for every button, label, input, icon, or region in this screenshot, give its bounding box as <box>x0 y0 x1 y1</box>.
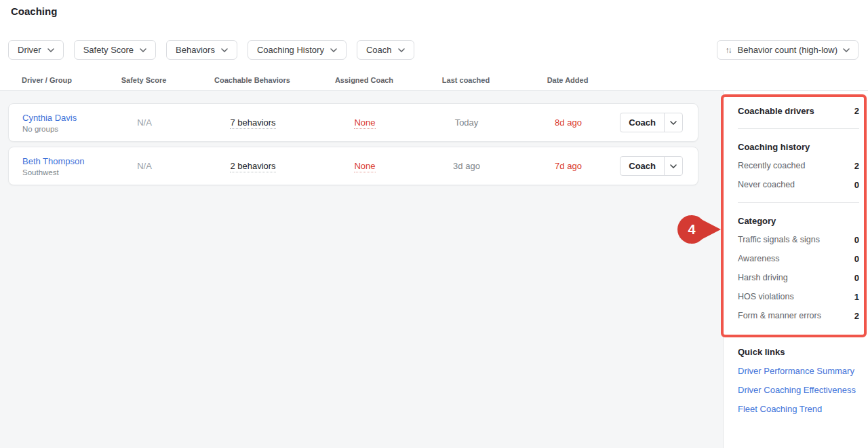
link-driver-performance-summary[interactable]: Driver Performance Summary <box>738 366 854 376</box>
filter-driver[interactable]: Driver <box>8 40 64 60</box>
safety-score-value: N/A <box>97 117 192 128</box>
driver-name-link[interactable]: Cynthia Davis <box>22 113 97 123</box>
page-title: Coaching <box>11 5 57 17</box>
stat-label: Harsh driving <box>738 273 788 282</box>
section-title: Category <box>738 216 776 226</box>
driver-group: No groups <box>22 125 97 133</box>
filter-coaching-history[interactable]: Coaching History <box>248 40 347 60</box>
stat-traffic-signals: Traffic signals & signs 0 <box>724 230 868 249</box>
column-safety-score: Safety Score <box>96 76 191 84</box>
coach-split-button: Coach <box>620 113 683 132</box>
stat-never-coached: Never coached 0 <box>724 175 868 194</box>
table-row: Cynthia Davis No groups N/A 7 behaviors … <box>8 103 698 142</box>
stat-value: 2 <box>854 106 859 116</box>
stat-value: 0 <box>854 180 859 190</box>
behaviors-link[interactable]: 2 behaviors <box>230 161 275 172</box>
sort-arrows-icon: ↑↓ <box>726 45 732 55</box>
column-date-added: Date Added <box>517 76 618 84</box>
driver-name-link[interactable]: Beth Thompson <box>22 156 97 166</box>
section-divider <box>738 128 859 129</box>
filter-driver-label: Driver <box>18 45 41 55</box>
link-driver-coaching-effectiveness[interactable]: Driver Coaching Effectiveness <box>738 385 856 395</box>
filter-behaviors-label: Behaviors <box>176 45 215 55</box>
coach-button[interactable]: Coach <box>620 157 664 175</box>
link-fleet-coaching-trend[interactable]: Fleet Coaching Trend <box>738 404 822 414</box>
stat-value: 0 <box>854 273 859 283</box>
stat-label: Traffic signals & signs <box>738 235 820 244</box>
chevron-down-icon <box>221 48 228 52</box>
chevron-down-icon <box>140 48 146 52</box>
stat-value: 1 <box>854 292 859 302</box>
stat-value: 2 <box>854 161 859 171</box>
driver-group: Southwest <box>22 168 97 176</box>
stat-label: Awareness <box>738 254 780 263</box>
section-title: Quick links <box>738 347 785 357</box>
chevron-down-icon <box>843 48 850 52</box>
column-coachable-behaviors: Coachable Behaviors <box>191 76 313 84</box>
stat-value: 0 <box>854 254 859 264</box>
column-last-coached: Last coached <box>415 76 517 84</box>
column-assigned-coach: Assigned Coach <box>313 76 415 84</box>
chevron-down-icon <box>330 48 337 52</box>
safety-score-value: N/A <box>97 161 192 171</box>
quick-links-heading: Quick links <box>724 342 868 361</box>
stat-harsh-driving: Harsh driving 0 <box>724 268 868 287</box>
sort-label: Behavior count (high-low) <box>738 45 837 55</box>
stat-awareness: Awareness 0 <box>724 249 868 268</box>
behaviors-link[interactable]: 7 behaviors <box>230 117 275 129</box>
filter-safety-score[interactable]: Safety Score <box>74 40 156 60</box>
stat-label: Recently coached <box>738 161 805 170</box>
filter-coaching-history-label: Coaching History <box>257 45 324 55</box>
last-coached-value: 3d ago <box>416 161 517 171</box>
column-driver-group: Driver / Group <box>8 76 96 84</box>
coach-split-button: Coach <box>620 156 683 176</box>
stat-value: 0 <box>854 235 859 245</box>
stats-sidebar: Coachable drivers 2 Coaching history Rec… <box>724 91 868 448</box>
coach-button[interactable]: Coach <box>620 113 664 132</box>
chevron-down-icon <box>398 48 405 52</box>
date-added-value: 7d ago <box>517 161 619 171</box>
filter-bar: Driver Safety Score Behaviors Coaching H… <box>8 40 414 60</box>
coach-dropdown-toggle[interactable] <box>664 113 682 132</box>
stat-value: 2 <box>854 311 859 321</box>
last-coached-value: Today <box>416 117 517 128</box>
table-header: Driver / Group Safety Score Coachable Be… <box>8 71 698 90</box>
section-divider <box>738 202 859 203</box>
filter-safety-score-label: Safety Score <box>83 45 134 55</box>
coaching-page: Coaching Driver Safety Score Behaviors C… <box>0 0 868 448</box>
sort-dropdown[interactable]: ↑↓ Behavior count (high-low) <box>717 40 859 60</box>
stat-label: Never coached <box>738 180 795 189</box>
chevron-down-icon <box>47 48 54 52</box>
stat-form-manner-errors: Form & manner errors 2 <box>724 306 868 325</box>
filter-behaviors[interactable]: Behaviors <box>166 40 237 60</box>
stat-label: Form & manner errors <box>738 311 821 320</box>
stat-label: HOS violations <box>738 292 794 301</box>
stat-label: Coachable drivers <box>738 106 814 116</box>
filter-coach-label: Coach <box>366 45 392 55</box>
category-heading: Category <box>724 211 868 230</box>
stat-coachable-drivers: Coachable drivers 2 <box>724 101 868 120</box>
assigned-coach-link[interactable]: None <box>354 161 375 172</box>
coach-dropdown-toggle[interactable] <box>664 157 682 175</box>
coaching-history-heading: Coaching history <box>724 137 868 156</box>
date-added-value: 8d ago <box>517 117 619 128</box>
stat-recently-coached: Recently coached 2 <box>724 156 868 175</box>
stat-hos-violations: HOS violations 1 <box>724 287 868 306</box>
filter-coach[interactable]: Coach <box>357 40 414 60</box>
table-background <box>0 91 723 448</box>
section-title: Coaching history <box>738 142 810 152</box>
table-row: Beth Thompson Southwest N/A 2 behaviors … <box>8 147 698 185</box>
assigned-coach-link[interactable]: None <box>354 117 375 129</box>
